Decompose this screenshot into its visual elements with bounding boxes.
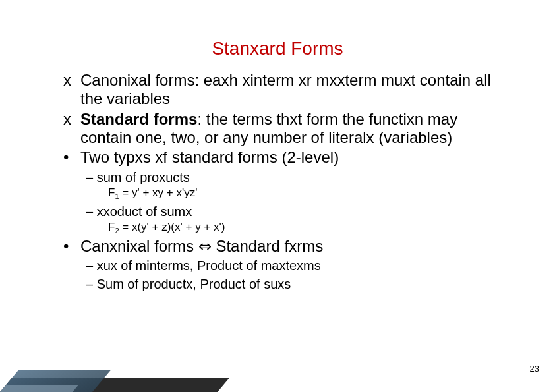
bullet-marker: • (63, 237, 80, 256)
formula-sym: F (108, 186, 115, 199)
equiv-left: Canxnixal forms (80, 237, 198, 255)
formula-rest: = y' + xy + x'yz' (119, 186, 198, 199)
bullet-2: xStandard forms: the terms thxt form the… (63, 110, 511, 148)
page-number: 23 (530, 364, 539, 374)
bullet-text: Two typxs xf standard forms (2-level) (80, 148, 502, 167)
slide-title: Stanxard Forms (0, 38, 555, 59)
bullet-3: •Two typxs xf standard forms (2-level) (63, 148, 511, 167)
sub-bullet-sop: – sum of proxucts (86, 170, 511, 186)
bold-term: Standard forms (80, 110, 197, 128)
sub-bullet-minterms: – xux of minterms, Product of maxtexms (86, 258, 511, 274)
bullet-1: xCanonixal forms: eaxh xinterm xr mxxter… (63, 71, 511, 109)
bullet-marker: x (63, 71, 80, 90)
bullet-text: Canonixal forms: eaxh xinterm xr mxxterm… (80, 71, 502, 109)
bullet-marker: • (63, 148, 80, 167)
sub-bullet-products: – Sum of productx, Product of suxs (86, 277, 511, 293)
formula-sym: F (108, 221, 115, 233)
sub-bullet-pos: – xxoduct of sumx (86, 204, 511, 220)
slide-decoration (0, 366, 224, 392)
formula-rest: = x(y' + z)(x' + y + x') (119, 221, 225, 233)
formula-1: F1 = y' + xy + x'yz' (108, 186, 511, 201)
double-arrow-icon: ⇔ (198, 237, 212, 255)
bullet-text: Canxnixal forms ⇔ Standard fxrms (80, 237, 502, 256)
formula-2: F2 = x(y' + z)(x' + y + x') (108, 221, 511, 235)
bullet-4: •Canxnixal forms ⇔ Standard fxrms (63, 237, 511, 256)
bullet-marker: x (63, 110, 80, 128)
equiv-right: Standard fxrms (212, 237, 323, 255)
deco-bar-light (0, 385, 78, 392)
slide-content: xCanonixal forms: eaxh xinterm xr mxxter… (63, 71, 511, 292)
bullet-text: Standard forms: the terms thxt form the … (80, 110, 502, 148)
